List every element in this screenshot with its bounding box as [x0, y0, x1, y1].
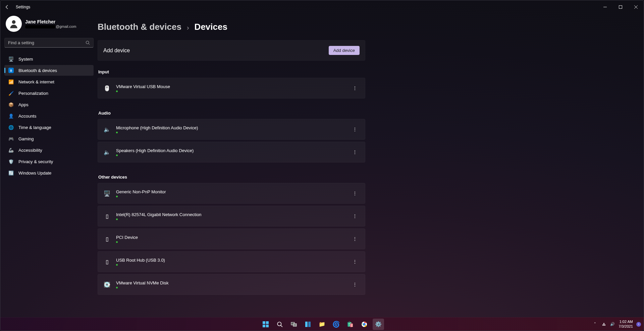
- svg-rect-15: [305, 322, 308, 327]
- nav-time-language[interactable]: 🌐Time & language: [4, 122, 94, 133]
- settings-button[interactable]: ⚙️: [373, 319, 384, 330]
- search-input[interactable]: [8, 40, 86, 45]
- edge-icon: 🌀: [332, 321, 340, 328]
- nav-apps[interactable]: 📦Apps: [4, 99, 94, 110]
- device-name: VMware Virtual NVMe Disk: [116, 280, 345, 285]
- more-options-button[interactable]: ⋮: [350, 147, 360, 157]
- tray-clock[interactable]: 1:02 AM 7/3/2021: [619, 320, 633, 328]
- device-row-pci[interactable]: ▯ PCI Device ⋮: [98, 228, 365, 249]
- accessibility-icon: 🦾: [8, 147, 14, 153]
- status-indicator: [116, 154, 118, 156]
- search-box[interactable]: [4, 38, 94, 48]
- search-icon: [86, 41, 90, 45]
- nav-accounts[interactable]: 👤Accounts: [4, 111, 94, 121]
- nav-privacy[interactable]: 🛡️Privacy & security: [4, 156, 94, 167]
- taskview-icon: [291, 321, 297, 327]
- close-icon: [634, 5, 638, 9]
- start-button[interactable]: [260, 319, 271, 330]
- device-name: VMware Virtual USB Mouse: [116, 84, 345, 89]
- brush-icon: 🖌️: [8, 90, 14, 96]
- system-tray: ˄ 🖧 🔊 1:02 AM 7/3/2021 1: [592, 320, 641, 328]
- minimize-button[interactable]: [597, 1, 613, 13]
- person-icon: 👤: [8, 113, 14, 119]
- section-other-title: Other devices: [98, 175, 630, 180]
- nav-gaming[interactable]: 🎮Gaming: [4, 133, 94, 144]
- gear-icon: ⚙️: [375, 321, 382, 327]
- maximize-icon: [619, 5, 622, 9]
- maximize-button[interactable]: [613, 1, 628, 13]
- device-row-mouse[interactable]: 🖱️ VMware Virtual USB Mouse ⋮: [98, 78, 365, 98]
- more-options-button[interactable]: ⋮: [350, 234, 360, 244]
- nav-system[interactable]: 🖥️System: [4, 54, 94, 64]
- nav-accessibility[interactable]: 🦾Accessibility: [4, 145, 94, 155]
- more-options-button[interactable]: ⋮: [350, 280, 360, 289]
- content-area: Bluetooth & devices › Devices Add device…: [98, 14, 644, 331]
- device-name: Intel(R) 82574L Gigabit Network Connecti…: [116, 212, 345, 217]
- add-device-row: Add device Add device: [98, 40, 365, 61]
- store-button[interactable]: 🛍️: [344, 319, 356, 330]
- nav-windows-update[interactable]: 🔄Windows Update: [4, 168, 94, 178]
- display-icon: 🖥️: [8, 56, 14, 62]
- nav-network[interactable]: 📶Network & internet: [4, 76, 94, 87]
- close-button[interactable]: [628, 1, 644, 13]
- device-name: Microphone (High Definition Audio Device…: [116, 125, 345, 130]
- more-options-button[interactable]: ⋮: [350, 211, 360, 221]
- device-row-speakers[interactable]: 🔈 Speakers (High Definition Audio Device…: [98, 142, 365, 162]
- more-options-button[interactable]: ⋮: [350, 125, 360, 134]
- section-input-title: Input: [98, 69, 630, 74]
- svg-line-12: [281, 325, 282, 327]
- taskbar-search[interactable]: [274, 319, 285, 330]
- edge-button[interactable]: 🌀: [330, 319, 342, 330]
- monitor-icon: 🖥️: [103, 190, 111, 197]
- titlebar: Settings: [0, 0, 644, 14]
- device-row-microphone[interactable]: 🔈 Microphone (High Definition Audio Devi…: [98, 119, 365, 140]
- profile-block[interactable]: Jane Fletcher @gmail.com: [4, 16, 94, 38]
- svg-point-11: [277, 322, 281, 326]
- status-indicator: [116, 90, 118, 92]
- nav-bluetooth-devices[interactable]: ฿Bluetooth & devices: [4, 65, 94, 76]
- device-generic-icon: ▯: [103, 213, 111, 219]
- notification-badge[interactable]: 1: [636, 322, 641, 327]
- status-indicator: [116, 287, 118, 288]
- back-button[interactable]: [2, 2, 12, 12]
- device-row-monitor[interactable]: 🖥️ Generic Non-PnP Monitor ⋮: [98, 183, 365, 204]
- tray-network-icon[interactable]: 🖧: [601, 322, 606, 327]
- globe-icon: 🌐: [8, 125, 14, 130]
- chrome-button[interactable]: [359, 319, 370, 330]
- status-indicator: [116, 241, 118, 243]
- breadcrumb-parent[interactable]: Bluetooth & devices: [98, 22, 181, 32]
- status-indicator: [116, 218, 118, 220]
- add-device-label: Add device: [103, 48, 130, 54]
- svg-rect-9: [263, 325, 265, 327]
- device-row-usb-hub[interactable]: ▯ USB Root Hub (USB 3.0) ⋮: [98, 251, 365, 272]
- mouse-icon: 🖱️: [103, 85, 111, 91]
- nav-personalization[interactable]: 🖌️Personalization: [4, 88, 94, 98]
- tray-volume-icon[interactable]: 🔊: [610, 322, 615, 327]
- svg-point-5: [86, 41, 89, 44]
- gamepad-icon: 🎮: [8, 136, 14, 141]
- more-options-button[interactable]: ⋮: [350, 189, 360, 198]
- breadcrumb: Bluetooth & devices › Devices: [98, 22, 630, 32]
- svg-rect-10: [266, 325, 269, 327]
- wifi-icon: 📶: [8, 79, 14, 84]
- device-row-network[interactable]: ▯ Intel(R) 82574L Gigabit Network Connec…: [98, 206, 365, 226]
- task-view-button[interactable]: [288, 319, 300, 330]
- more-options-button[interactable]: ⋮: [350, 257, 360, 266]
- device-generic-icon: ▯: [103, 259, 111, 265]
- bluetooth-icon: ฿: [8, 68, 14, 73]
- svg-rect-1: [619, 6, 622, 9]
- apps-icon: 📦: [8, 102, 14, 107]
- tray-chevron[interactable]: ˄: [592, 322, 598, 327]
- file-explorer-button[interactable]: 📁: [316, 319, 328, 330]
- svg-rect-8: [266, 321, 269, 324]
- search-icon: [277, 321, 283, 327]
- taskbar: 📁 🌀 🛍️ ⚙️ ˄ 🖧 🔊 1:02 AM 7/3/2021 1: [0, 317, 644, 331]
- more-options-button[interactable]: ⋮: [350, 83, 360, 93]
- widgets-button[interactable]: [302, 319, 314, 330]
- device-row-nvme[interactable]: 💽 VMware Virtual NVMe Disk ⋮: [98, 274, 365, 295]
- chrome-icon: [361, 321, 367, 327]
- arrow-left-icon: [5, 5, 9, 9]
- breadcrumb-current: Devices: [195, 22, 227, 32]
- profile-name: Jane Fletcher: [25, 19, 76, 24]
- add-device-button[interactable]: Add device: [329, 46, 360, 55]
